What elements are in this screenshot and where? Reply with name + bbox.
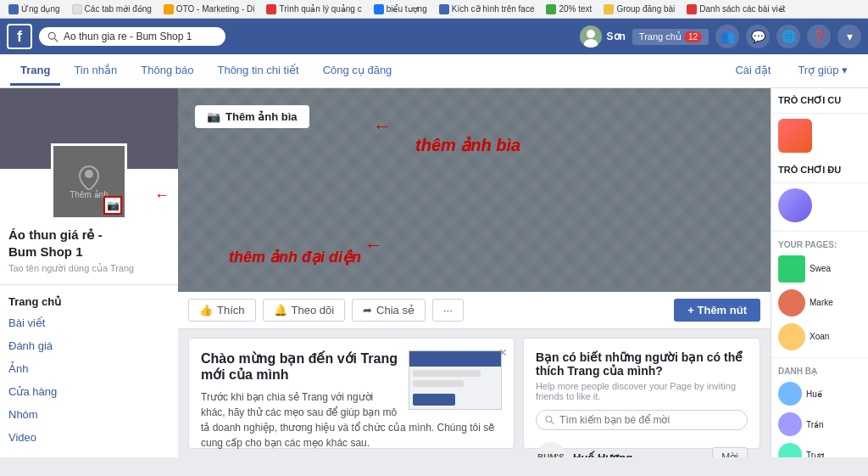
page-pic-3 — [778, 323, 805, 350]
left-sidebar: Thêm ảnh 📷 ← Áo thun giá rẻ - Bum Shop 1… — [0, 88, 178, 457]
game-icon-1 — [778, 119, 812, 153]
bookmark-tab7[interactable]: Group đăng bài — [600, 3, 678, 15]
bell-icon: 🔔 — [274, 304, 287, 316]
arrow-to-camera: ← — [154, 187, 170, 204]
friend-row: BUM'S Huế Hương Mời — [536, 439, 748, 457]
follow-button[interactable]: 🔔 Theo dõi — [263, 299, 346, 322]
sidebar-cua-hang[interactable]: Cửa hàng — [0, 380, 178, 403]
svg-line-6 — [551, 422, 554, 424]
search-input[interactable] — [64, 31, 199, 42]
bookmark-tab4[interactable]: biểu tượng — [370, 3, 431, 15]
bookmark-tab2[interactable]: OTO - Marketing - Di — [160, 3, 259, 15]
tab-thong-tin[interactable]: Thông tin chi tiết — [207, 57, 309, 86]
game-item-2[interactable] — [771, 183, 868, 227]
more-button[interactable]: ··· — [432, 299, 464, 322]
share-button[interactable]: ➦ Chia sẻ — [352, 299, 426, 322]
location-icon — [76, 165, 102, 190]
page-person-3[interactable]: Xoan — [771, 320, 868, 354]
add-button[interactable]: + Thêm nút — [674, 299, 760, 322]
bookmark-tab6[interactable]: 20% text — [542, 3, 595, 15]
page-subtitle: Tao tên người dùng của Trang — [0, 263, 178, 281]
search-friends-icon — [545, 415, 554, 425]
tab-thong-bao[interactable]: Thông báo — [131, 57, 203, 86]
close-button[interactable]: × — [499, 345, 507, 361]
page-tabs: Trang Tin nhắn Thông báo Thông tin chi t… — [0, 54, 868, 88]
bookmark-tab8[interactable]: Danh sách các bài viết — [683, 3, 788, 15]
navbar-right: Sơn Trang chủ 12 👥 💬 🌐 ❓ ▾ — [580, 25, 861, 48]
friends-search[interactable] — [536, 410, 748, 430]
svg-point-4 — [85, 170, 93, 178]
welcome-card: × Chào mừng bạn đến với Trang mới của mì… — [188, 338, 515, 449]
menu-icon[interactable]: ▾ — [837, 25, 861, 48]
annotation-cover-text: thêm ảnh bìa — [415, 135, 520, 155]
sidebar-anh[interactable]: Ảnh — [0, 357, 178, 380]
your-pages-title: YOUR PAGES: — [771, 235, 868, 252]
danh-ba-item-1[interactable]: Huế — [771, 378, 868, 409]
svg-point-3 — [584, 39, 598, 48]
page-pic-1 — [778, 255, 805, 283]
profile-avatar-area: Thêm ảnh 📷 ← — [0, 88, 178, 220]
game-item-1[interactable] — [771, 114, 868, 158]
bookmark-tab5[interactable]: Kích cỡ hình trên face — [436, 3, 538, 15]
share-icon: ➦ — [363, 304, 372, 316]
sidebar-trang-chu[interactable]: Trang chủ — [0, 288, 178, 311]
page-person-1[interactable]: Swea — [771, 252, 868, 286]
tab-cai-dat[interactable]: Cài đặt — [725, 57, 781, 86]
tab-right: Cài đặt Trợ giúp ▾ — [725, 57, 858, 86]
right-panel-title2: TRÒ CHƠI ĐU — [771, 158, 868, 183]
cover-area: 📷 Thêm ảnh bìa ← thêm ảnh bìa thêm ảnh đ… — [178, 88, 771, 292]
right-panel-title: TRÒ CHƠI CU — [771, 88, 868, 114]
divider-1 — [771, 231, 868, 232]
search-bar[interactable] — [39, 27, 225, 46]
friends-title: Bạn có biết những người bạn có thể thích… — [536, 350, 748, 378]
bookmarks-bar: Ứng dụng Các tab mới đồng OTO - Marketin… — [0, 0, 868, 19]
search-icon — [47, 31, 58, 42]
camera-icon: 📷 — [207, 110, 220, 123]
tab-tro-giup[interactable]: Trợ giúp ▾ — [787, 57, 858, 86]
danh-ba-avatar-1 — [778, 382, 802, 406]
danh-ba-title: DANH BẠ — [771, 361, 868, 378]
bookmark-apps[interactable]: Ứng dụng — [5, 3, 64, 15]
svg-point-2 — [587, 30, 595, 38]
fb-navbar: f Sơn Trang chủ 12 👥 💬 🌐 ❓ ▾ — [0, 19, 868, 54]
main-layout: Thêm ảnh 📷 ← Áo thun giá rẻ - Bum Shop 1… — [0, 88, 868, 457]
svg-point-5 — [546, 417, 552, 423]
camera-button[interactable]: 📷 — [103, 196, 122, 215]
user-info: Sơn — [580, 25, 626, 48]
page-pic-2 — [778, 289, 805, 316]
danh-ba-item-2[interactable]: Trần — [771, 409, 868, 440]
friend-avatar: BUM'S — [536, 442, 566, 457]
tab-tin-nhan[interactable]: Tin nhắn — [64, 57, 127, 86]
friends-icon[interactable]: 👥 — [715, 25, 739, 48]
action-bar: 👍 Thích 🔔 Theo dõi ➦ Chia sẻ ··· + Thêm … — [178, 292, 771, 329]
page-person-2[interactable]: Marke — [771, 286, 868, 320]
tab-cong-cu[interactable]: Công cụ đăng — [313, 57, 403, 86]
like-button[interactable]: 👍 Thích — [188, 299, 256, 322]
avatar — [580, 25, 602, 48]
sidebar-bai-viet[interactable]: Bài viết — [0, 311, 178, 334]
sidebar-video[interactable]: Video — [0, 426, 178, 449]
sidebar-danh-gia[interactable]: Đánh giá — [0, 334, 178, 357]
bookmark-tab3[interactable]: Trình quản lý quảng c — [263, 3, 364, 15]
help-icon[interactable]: ❓ — [807, 25, 831, 48]
add-cover-button[interactable]: 📷 Thêm ảnh bìa — [195, 105, 309, 128]
sidebar-divider — [0, 284, 178, 285]
tab-trang[interactable]: Trang — [10, 57, 60, 86]
page-name: Áo thun giá rẻ - Bum Shop 1 — [0, 220, 178, 263]
trang-chu-button[interactable]: Trang chủ 12 — [632, 29, 709, 45]
friend-name: Huế Hương — [573, 451, 705, 458]
bookmark-tab1[interactable]: Các tab mới đồng — [69, 3, 155, 15]
friends-search-input[interactable] — [559, 414, 738, 426]
content-grid: × Chào mừng bạn đến với Trang mới của mì… — [178, 329, 771, 457]
arrow-avatar: ← — [364, 234, 383, 256]
invite-button[interactable]: Mời — [712, 447, 748, 457]
fb-logo: f — [7, 24, 32, 49]
danh-ba-avatar-2 — [778, 412, 802, 436]
chat-icon[interactable]: 💬 — [746, 25, 770, 48]
globe-icon[interactable]: 🌐 — [776, 25, 800, 48]
danh-ba-avatar-3 — [778, 443, 802, 457]
sidebar-nhom[interactable]: Nhóm — [0, 403, 178, 426]
annotation-avatar-text: thêm ảnh đại diện — [229, 248, 361, 266]
friends-card: Bạn có biết những người bạn có thể thích… — [523, 338, 760, 449]
danh-ba-item-3[interactable]: Trươ — [771, 440, 868, 457]
